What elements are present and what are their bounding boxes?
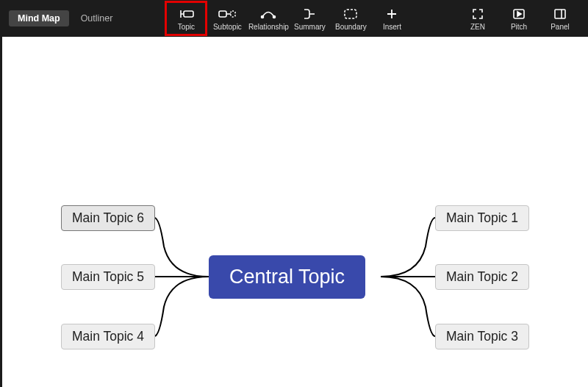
insert-button[interactable]: Insert bbox=[371, 1, 412, 35]
topic-node-right-1[interactable]: Main Topic 2 bbox=[435, 264, 529, 290]
plus-icon bbox=[386, 7, 398, 21]
topic-button[interactable]: Topic bbox=[165, 1, 207, 35]
summary-button[interactable]: Summary bbox=[289, 1, 330, 35]
svg-rect-2 bbox=[231, 11, 235, 17]
relationship-icon bbox=[260, 7, 276, 21]
topic-node-left-2[interactable]: Main Topic 4 bbox=[61, 324, 155, 349]
zen-button[interactable]: ZEN bbox=[457, 1, 498, 35]
panel-icon bbox=[553, 7, 567, 21]
fullscreen-icon bbox=[472, 7, 484, 21]
subtopic-label: Subtopic bbox=[213, 23, 242, 31]
topic-node-right-2[interactable]: Main Topic 3 bbox=[435, 324, 529, 349]
topic-node-left-1[interactable]: Main Topic 5 bbox=[61, 264, 155, 290]
svg-rect-7 bbox=[555, 10, 565, 18]
mindmap-canvas[interactable]: Central Topic Main Topic 6 Main Topic 5 … bbox=[0, 37, 588, 387]
zen-label: ZEN bbox=[470, 23, 485, 31]
boundary-icon bbox=[343, 7, 358, 21]
svg-point-4 bbox=[273, 15, 276, 18]
tab-outliner[interactable]: Outliner bbox=[72, 10, 122, 26]
relationship-label: Relationship bbox=[248, 23, 289, 31]
relationship-button[interactable]: Relationship bbox=[248, 1, 289, 35]
summary-icon bbox=[302, 7, 317, 21]
pitch-button[interactable]: Pitch bbox=[498, 1, 539, 35]
pitch-label: Pitch bbox=[511, 23, 527, 31]
svg-rect-0 bbox=[184, 11, 193, 17]
topic-node-right-0[interactable]: Main Topic 1 bbox=[435, 205, 529, 231]
boundary-button[interactable]: Boundary bbox=[330, 1, 371, 35]
panel-button[interactable]: Panel bbox=[539, 1, 581, 35]
svg-rect-1 bbox=[219, 11, 226, 17]
subtopic-icon bbox=[218, 7, 236, 21]
tool-group-right: ZEN Pitch Panel bbox=[457, 0, 588, 37]
topic-icon bbox=[178, 7, 194, 21]
tab-mindmap[interactable]: Mind Map bbox=[9, 10, 69, 26]
boundary-label: Boundary bbox=[335, 23, 367, 31]
topic-label: Topic bbox=[178, 23, 195, 31]
top-toolbar: Mind Map Outliner Topic Subtopic bbox=[0, 0, 588, 37]
topic-node-left-0[interactable]: Main Topic 6 bbox=[61, 205, 155, 231]
summary-label: Summary bbox=[294, 23, 326, 31]
tool-group-main: Topic Subtopic Relationship bbox=[165, 0, 412, 37]
central-topic-node[interactable]: Central Topic bbox=[209, 255, 365, 299]
svg-rect-5 bbox=[345, 10, 356, 18]
view-tabs: Mind Map Outliner bbox=[0, 0, 121, 37]
insert-label: Insert bbox=[383, 23, 401, 31]
panel-label: Panel bbox=[551, 23, 570, 31]
play-icon bbox=[512, 7, 526, 21]
subtopic-button[interactable]: Subtopic bbox=[207, 1, 248, 35]
svg-point-3 bbox=[262, 15, 264, 18]
